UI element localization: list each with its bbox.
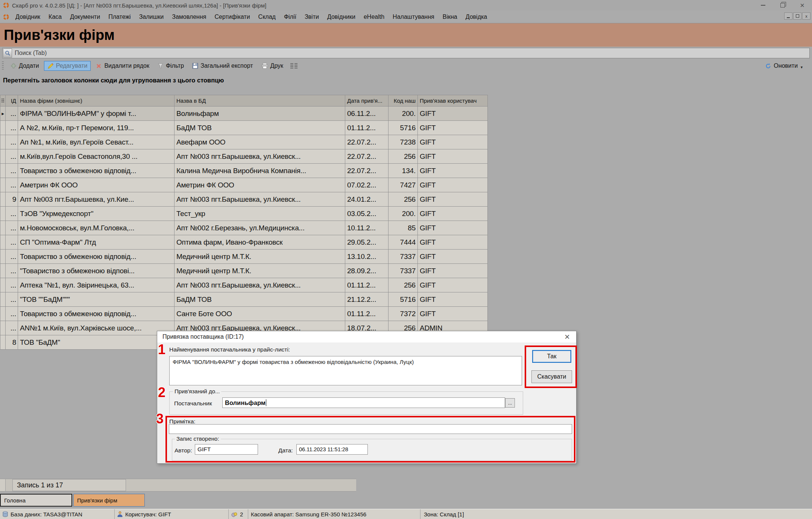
- table-row[interactable]: ...м.Новомосковськ, вул.М.Головка,...Апт…: [0, 221, 488, 235]
- annotation-box-buttons: [525, 345, 577, 388]
- search-icon: [3, 49, 12, 58]
- menu-items-container: ДовідникКасаДокументиПлатежіЗалишкиЗамов…: [11, 12, 491, 22]
- menu-item[interactable]: Замовлення: [168, 12, 210, 22]
- table-cell: Калина Медична Виробнича Компанія...: [175, 164, 345, 178]
- browse-button[interactable]: ...: [505, 398, 515, 408]
- table-cell: ...: [6, 250, 18, 263]
- search-input[interactable]: Поиск (Tab): [2, 48, 810, 58]
- menu-item[interactable]: Сертифікати: [210, 12, 254, 22]
- add-button[interactable]: Додати: [7, 61, 42, 71]
- window-tab-firm-bindings[interactable]: Прив'язки фірм: [73, 494, 145, 507]
- table-row[interactable]: ...СП "Оптима-Фарм" ЛтдОптима фарм, Иван…: [0, 235, 488, 250]
- restore-button[interactable]: [773, 0, 792, 11]
- column-header-external-name[interactable]: Назва фірми (зовнішнє): [18, 95, 175, 106]
- table-cell: 200.: [389, 107, 418, 120]
- table-cell: Апт №003 пгт.Барышевка, ул.Киевск...: [175, 149, 345, 163]
- database-icon: [3, 511, 8, 517]
- menu-item[interactable]: Склад: [254, 12, 280, 22]
- delete-row-button[interactable]: Видалити рядок: [92, 61, 152, 71]
- header-grip-icon[interactable]: [0, 95, 6, 106]
- table-cell: ...: [6, 292, 18, 306]
- row-selector: [0, 221, 6, 235]
- table-cell: 24.01.2...: [345, 192, 389, 206]
- selected-row-marker-icon: ►: [0, 107, 6, 120]
- table-cell: 7444: [389, 235, 418, 249]
- column-header-code[interactable]: Код наш: [389, 95, 418, 106]
- refresh-button[interactable]: Оновити ▼: [762, 61, 807, 71]
- table-row[interactable]: ...Ап №1, м.Київ, вул.Героїв Севаст...Ав…: [0, 135, 488, 149]
- row-selector: [0, 278, 6, 292]
- table-cell: ...: [6, 264, 18, 278]
- window-tab-home[interactable]: Головна: [0, 494, 72, 507]
- table-cell: 13.10.2...: [345, 250, 389, 263]
- table-cell: ...: [6, 164, 18, 178]
- status-database: База даних: TASA3@TITAN: [0, 509, 115, 519]
- linked-to-label: Прив'язаний до...: [173, 388, 221, 394]
- table-row[interactable]: ...ТзОВ "Укрмедекспорт"Тест_укр03.05.2..…: [0, 207, 488, 221]
- close-button[interactable]: ×: [792, 0, 812, 11]
- table-cell: ТзОВ "Укрмедекспорт": [18, 207, 175, 221]
- table-cell: 256: [389, 192, 418, 206]
- annotation-box-note: [165, 416, 575, 463]
- columns-icon[interactable]: [290, 63, 297, 69]
- row-selector: [0, 335, 6, 349]
- print-button[interactable]: Друк: [258, 61, 287, 71]
- page-title-band: Прив'язки фірм: [0, 23, 812, 47]
- menu-item[interactable]: Довідники: [323, 12, 360, 22]
- table-row[interactable]: ...Аптека "№1, вул. Звіринецька, 63...Ап…: [0, 278, 488, 292]
- edit-button[interactable]: Редагувати: [44, 61, 91, 71]
- table-row[interactable]: ►...ФІРМА "ВОЛИНЬФАРМ" у формі т...Волин…: [0, 107, 488, 121]
- minimize-button[interactable]: [753, 0, 773, 11]
- window-controls: ×: [753, 0, 812, 11]
- table-row[interactable]: ..."ТОВ ""БаДМ"""БаДМ ТОВ21.12.2...5716G…: [0, 292, 488, 307]
- table-cell: 5716: [389, 292, 418, 306]
- menu-item[interactable]: Довідка: [461, 12, 492, 22]
- window-titlebar: Скарб pro v. 4.0.2.85 [ІД: ] - [Апт №003…: [0, 0, 812, 11]
- column-header-db-name[interactable]: Назва в БД: [175, 95, 345, 106]
- mdi-minimize-button[interactable]: [784, 12, 792, 20]
- mdi-close-button[interactable]: x: [802, 12, 810, 20]
- supplier-input[interactable]: Волиньфарм: [222, 397, 505, 408]
- table-row[interactable]: ..."Товариство з обмеженою відпові...Мед…: [0, 264, 488, 278]
- menu-item[interactable]: Філії: [280, 12, 301, 22]
- menu-item[interactable]: Вікна: [439, 12, 461, 22]
- table-cell: Апт №003 пгт.Барышевка, ул.Киевск...: [175, 278, 345, 292]
- app-menu-icon[interactable]: [3, 14, 9, 20]
- menu-item[interactable]: Налаштування: [389, 12, 439, 22]
- menu-item[interactable]: Каса: [44, 12, 66, 22]
- table-row[interactable]: ...Аметрин ФК ОООАметрин ФК ООО07.02.2..…: [0, 178, 488, 192]
- menu-item[interactable]: eHealth: [360, 12, 389, 22]
- menu-item[interactable]: Залишки: [135, 12, 168, 22]
- dialog-close-icon[interactable]: ×: [562, 331, 572, 342]
- table-cell: Медичний центр М.Т.К.: [175, 250, 345, 263]
- menu-item[interactable]: Довідник: [11, 12, 44, 22]
- menu-item[interactable]: Звіти: [301, 12, 323, 22]
- table-row[interactable]: ...Товариство з обмеженою відповід...Сан…: [0, 307, 488, 321]
- column-header-id[interactable]: ІД: [6, 95, 18, 106]
- menu-item[interactable]: Платежі: [104, 12, 135, 22]
- table-row[interactable]: 9Апт №003 пгт.Барышевка, ул.Кие...Апт №0…: [0, 192, 488, 207]
- table-row[interactable]: ...А №2, м.Київ, пр-т Перемоги, 119...Ба…: [0, 121, 488, 135]
- table-row[interactable]: ...м.Київ,вул.Героїв Севастополя,30 ...А…: [0, 149, 488, 164]
- column-header-user[interactable]: Прив'язав користувач: [418, 95, 488, 106]
- table-cell: 22.07.2...: [345, 164, 389, 178]
- menu-item[interactable]: Документи: [66, 12, 104, 22]
- table-cell: 22.07.2...: [345, 135, 389, 149]
- dialog-titlebar[interactable]: Привязка поставщика (ID:17): [157, 331, 576, 342]
- supplier-binding-dialog: Привязка поставщика (ID:17) × Найменуван…: [157, 331, 577, 464]
- table-row[interactable]: ...Товариство з обмеженою відповід...Кал…: [0, 164, 488, 178]
- column-header-date[interactable]: Дата прив'я...: [345, 95, 389, 106]
- row-selector: [0, 250, 6, 263]
- table-cell: ...: [6, 121, 18, 135]
- row-selector: [0, 164, 6, 178]
- mdi-restore-button[interactable]: [793, 12, 801, 20]
- table-row[interactable]: ...Товариство з обмеженою відповід...Мед…: [0, 250, 488, 264]
- refresh-dropdown-arrow[interactable]: ▼: [800, 65, 803, 69]
- table-cell: 200.: [389, 207, 418, 221]
- table-cell: "ТОВ ""БаДМ""": [18, 292, 175, 306]
- filter-button[interactable]: Фільтр: [154, 61, 187, 71]
- export-button[interactable]: Загальний експорт: [189, 61, 256, 71]
- supplier-name-field[interactable]: ФІРМА "ВОЛИНЬФАРМ" у формі товариства з …: [169, 356, 522, 385]
- row-selector: [0, 149, 6, 163]
- toolbar-grip[interactable]: [2, 61, 4, 70]
